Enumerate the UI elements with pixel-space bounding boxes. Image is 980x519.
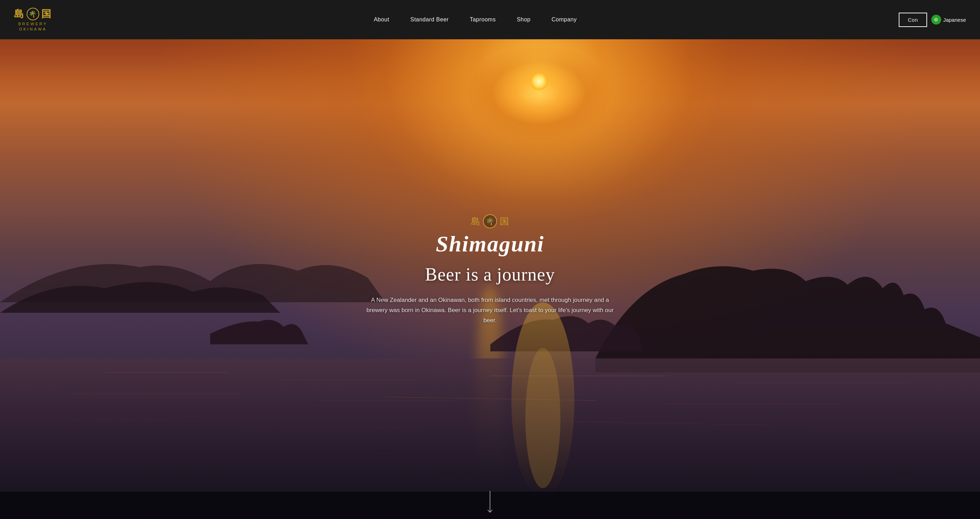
hero-palm-symbol: 🌴 (486, 217, 495, 225)
hero-brand-name: Shimaguni (360, 231, 620, 257)
scroll-indicator (490, 491, 490, 512)
logo-palm-icon: 🌴 (27, 8, 39, 20)
sun (530, 73, 548, 90)
hero-kanji-right: 国 (500, 215, 509, 228)
hero-kanji-left: 島 (471, 215, 480, 228)
nav-item-about[interactable]: About (374, 16, 389, 23)
palm-emoji: 🌴 (29, 10, 37, 18)
nav-item-standard-beer[interactable]: Standard Beer (410, 16, 449, 23)
nav-item-taprooms[interactable]: Taprooms (470, 16, 496, 23)
nav-link-taprooms[interactable]: Taprooms (470, 16, 496, 22)
nav-links: About Standard Beer Taprooms Shop Compan… (374, 16, 577, 23)
nav-item-company[interactable]: Company (552, 16, 577, 23)
logo-symbols: 島 🌴 国 (14, 7, 52, 21)
hero-description: A New Zealander and an Okinawan, both fr… (360, 295, 620, 326)
language-switcher[interactable]: ⚙ Japanese (931, 15, 966, 24)
nav-link-shop[interactable]: Shop (517, 16, 530, 22)
hero-tagline: Beer is a journey (360, 264, 620, 285)
hero-section: 島 🌴 国 Shimaguni Beer is a journey A New … (0, 0, 980, 519)
hero-palm-icon: 🌴 (483, 214, 497, 228)
logo[interactable]: 島 🌴 国 BREWERY OKINAWA (14, 7, 52, 32)
hero-scenery-svg (0, 156, 980, 519)
hero-logo-symbols: 島 🌴 国 (360, 214, 620, 228)
nav-right: Con ⚙ Japanese (899, 13, 966, 27)
navbar: 島 🌴 国 BREWERY OKINAWA About Standard Bee… (0, 0, 980, 39)
kanji-left: 島 (14, 7, 24, 21)
nav-link-standard-beer[interactable]: Standard Beer (410, 16, 449, 22)
brewery-line2: OKINAWA (19, 27, 46, 31)
hero-content: 島 🌴 国 Shimaguni Beer is a journey A New … (360, 214, 620, 326)
brewery-line1: BREWERY (18, 22, 47, 26)
kanji-right: 国 (41, 7, 52, 21)
contact-button[interactable]: Con (899, 13, 927, 27)
language-label: Japanese (943, 17, 966, 23)
nav-item-shop[interactable]: Shop (517, 16, 530, 23)
language-icon: ⚙ (931, 15, 941, 24)
logo-text: BREWERY OKINAWA (18, 21, 47, 32)
svg-point-2 (525, 348, 560, 488)
nav-link-about[interactable]: About (374, 16, 389, 22)
nav-link-company[interactable]: Company (552, 16, 577, 22)
